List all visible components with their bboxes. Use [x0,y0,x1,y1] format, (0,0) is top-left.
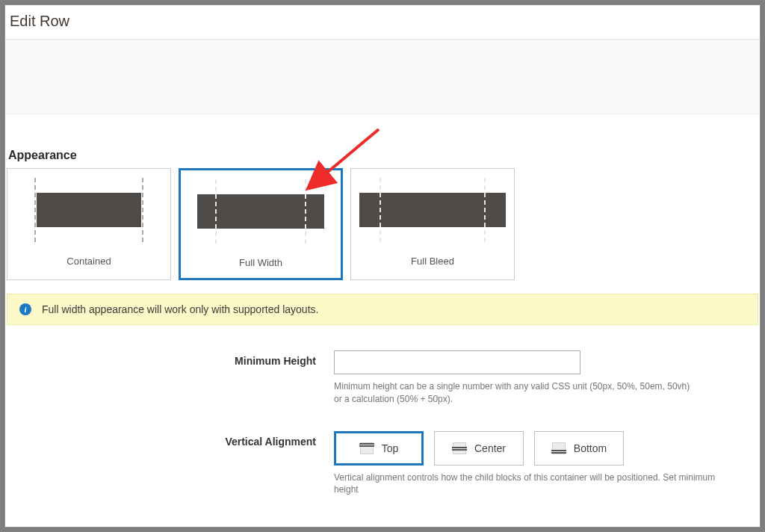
appearance-option-label: Full Bleed [411,251,454,274]
toolbar-spacer [5,40,760,114]
min-height-label: Minimum Height [7,350,334,367]
valign-option-label: Bottom [574,442,607,454]
appearance-option-full-width[interactable]: Full Width [179,168,343,280]
valign-option-label: Center [474,442,506,454]
valign-option-label: Top [382,442,399,454]
valign-option-top[interactable]: Top [334,431,424,466]
valign-option-center[interactable]: Center [434,431,524,466]
valign-center-icon [452,442,467,455]
min-height-help: Minimum height can be a single number wi… [334,380,693,406]
appearance-option-full-bleed[interactable]: Full Bleed [350,168,515,280]
info-banner: i Full width appearance will work only w… [7,294,758,325]
vertical-alignment-label: Vertical Alignment [7,431,334,448]
valign-option-bottom[interactable]: Bottom [534,431,624,466]
vertical-alignment-help: Vertical alignment controls how the chil… [334,471,722,497]
page-title: Edit Row [5,5,760,39]
info-message: Full width appearance will work only wit… [42,303,318,315]
appearance-option-contained[interactable]: Contained [7,168,171,280]
appearance-options: Contained Full Width [7,168,758,280]
appearance-option-label: Contained [66,251,111,274]
min-height-input[interactable] [334,350,580,374]
info-icon: i [19,303,31,315]
valign-top-icon [359,442,374,455]
appearance-option-label: Full Width [239,253,282,276]
appearance-section-label: Appearance [8,149,758,162]
vertical-alignment-options: Top Center [334,431,722,466]
valign-bottom-icon [551,442,566,455]
